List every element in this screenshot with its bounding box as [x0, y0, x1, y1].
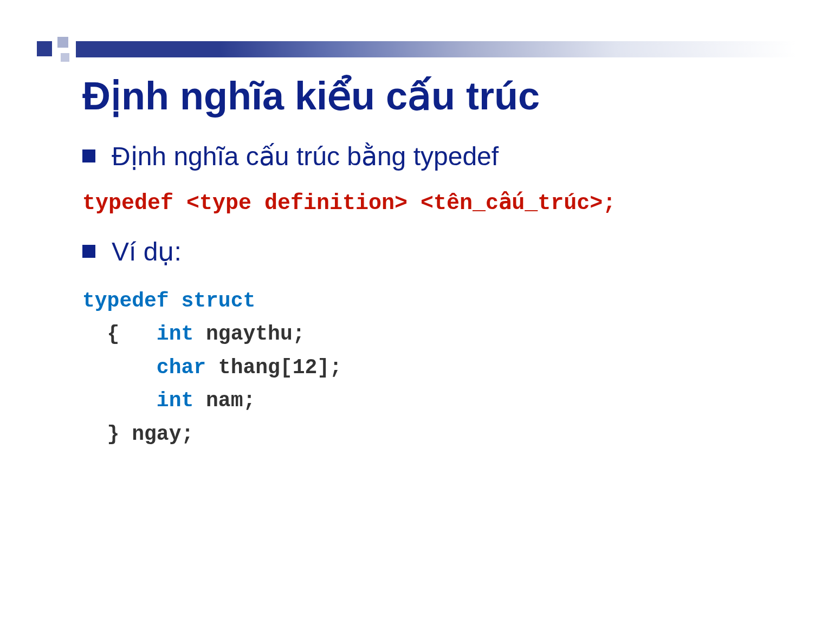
slide-content: Định nghĩa cấu trúc bằng typedef typedef…: [82, 140, 760, 451]
keyword-typedef-struct: typedef struct: [82, 289, 255, 313]
code-thang: thang[12];: [206, 356, 342, 379]
bullet-text-2: Ví dụ:: [112, 235, 182, 269]
code-padding: [82, 389, 157, 412]
code-brace-open: {: [82, 322, 157, 346]
code-ngaythu: ngaythu;: [193, 322, 305, 346]
decor-square-small-bottom: [61, 53, 69, 62]
decor-square-small-top: [57, 37, 68, 48]
code-line-5: } ngay;: [82, 418, 760, 451]
bullet-text-1: Định nghĩa cấu trúc bằng typedef: [112, 140, 499, 173]
code-line-3: char thang[12];: [82, 351, 760, 385]
syntax-definition: typedef <type definition> <tên_cấu_trúc>…: [82, 188, 760, 219]
code-line-4: int nam;: [82, 384, 760, 418]
slide-title: Định nghĩa kiểu cấu trúc: [82, 75, 540, 118]
header-decoration: [37, 37, 796, 63]
keyword-char: char: [157, 356, 206, 379]
bullet-item-2: Ví dụ:: [82, 235, 760, 269]
code-line-1: typedef struct: [82, 284, 760, 318]
code-line-2: { int ngaythu;: [82, 317, 760, 351]
code-example: typedef struct { int ngaythu; char thang…: [82, 284, 760, 451]
bullet-item-1: Định nghĩa cấu trúc bằng typedef: [82, 140, 760, 173]
keyword-int: int: [157, 389, 193, 412]
code-padding: [82, 356, 157, 379]
decor-square-large: [37, 41, 52, 56]
header-gradient-bar: [76, 41, 796, 57]
code-nam: nam;: [193, 389, 255, 412]
bullet-icon: [82, 149, 95, 162]
bullet-icon: [82, 245, 95, 258]
keyword-int: int: [157, 322, 193, 346]
